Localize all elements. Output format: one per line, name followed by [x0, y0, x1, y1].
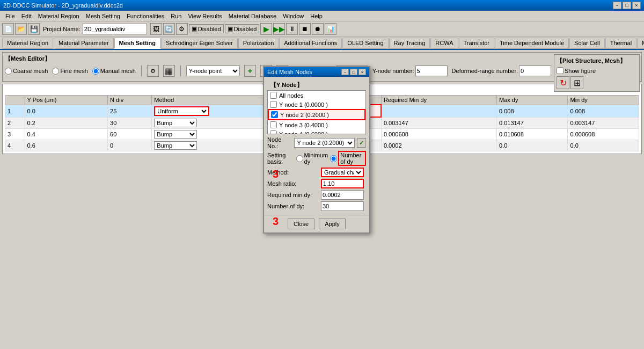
record-btn[interactable]: ⏺: [312, 23, 324, 35]
node-2-checkbox[interactable]: [271, 111, 278, 118]
cell-req-min: 0.000608: [381, 128, 496, 140]
min-dy-option[interactable]: Minimum dy: [296, 152, 328, 165]
grid-btn[interactable]: ▦: [163, 65, 175, 77]
show-figure-checkbox[interactable]: [557, 67, 564, 74]
close-dialog-btn[interactable]: Close: [288, 219, 314, 229]
save-btn[interactable]: 💾: [28, 23, 40, 35]
coarse-mesh-radio[interactable]: [5, 68, 12, 75]
req-min-input[interactable]: [321, 190, 364, 200]
method-select-row4[interactable]: Uniform Bump: [154, 141, 197, 150]
num-dy-input[interactable]: [321, 201, 364, 211]
plot-buttons: ↻ ⊞: [557, 76, 637, 89]
mesh-ratio-input[interactable]: [321, 179, 364, 188]
project-name-input[interactable]: 2D_ygradualdiv: [83, 24, 147, 34]
pause-btn[interactable]: ⏸: [286, 23, 298, 35]
tab-solar-cell[interactable]: Solar Cell: [569, 38, 605, 49]
node-item-2[interactable]: Y node 2 (0.2000 ): [268, 109, 365, 120]
menu-edit[interactable]: Edit: [18, 12, 35, 20]
node-all-checkbox[interactable]: [270, 92, 277, 99]
menu-view-results[interactable]: View Results: [185, 12, 225, 20]
plot-panel-title: 【Plot Structure, Mesh】: [557, 57, 637, 65]
stop-btn[interactable]: ⏹: [299, 23, 311, 35]
play-btn[interactable]: ▶: [260, 23, 272, 35]
edit-mesh-dialog[interactable]: Edit Mesh Nodes − □ × 【Y Node】 All n: [263, 66, 370, 234]
num-dy-field: Number of dy:: [267, 201, 366, 211]
manual-mesh-radio[interactable]: [92, 68, 99, 75]
maximize-btn[interactable]: □: [623, 2, 631, 9]
dialog-minimize[interactable]: −: [341, 69, 349, 75]
menu-file[interactable]: File: [2, 12, 18, 20]
node-item-4[interactable]: Y node 4 (0.6000 ): [268, 129, 365, 134]
method-select-row1[interactable]: Uniform Bump Gradual change: [154, 106, 209, 116]
menu-bar: File Edit Material Region Mesh Setting F…: [0, 11, 644, 21]
method-select-row3[interactable]: Uniform Bump: [154, 130, 197, 139]
tab-polarization[interactable]: Polarization: [238, 38, 279, 49]
coarse-mesh-option[interactable]: Coarse mesh: [5, 68, 48, 75]
method-select[interactable]: Uniform Bump Gradual change: [321, 168, 364, 177]
header-id: [5, 96, 25, 105]
tab-schrodinger[interactable]: Schrödinger Eigen Solver: [161, 38, 238, 49]
fine-mesh-radio[interactable]: [52, 68, 59, 75]
node-3-checkbox[interactable]: [270, 121, 277, 128]
tab-transistor[interactable]: Transistor: [459, 38, 495, 49]
menu-material-region[interactable]: Material Region: [35, 12, 83, 20]
menu-mesh-setting[interactable]: Mesh Setting: [83, 12, 123, 20]
deformed-group: Deformed-range number:: [452, 66, 552, 76]
tab-ray-tracing[interactable]: Ray Tracing: [389, 38, 430, 49]
tab-oled-setting[interactable]: OLED Setting: [342, 38, 388, 49]
menu-functionalities[interactable]: Functionalities: [123, 12, 167, 20]
y-node-input[interactable]: [415, 66, 448, 76]
chart-btn[interactable]: 📊: [325, 23, 336, 35]
gear-btn[interactable]: ⚙: [147, 65, 159, 77]
refresh-plot-btn[interactable]: ↻: [557, 76, 569, 89]
tab-rcwa[interactable]: RCWA: [430, 38, 458, 49]
node-item-1[interactable]: Y node 1 (0.0000 ): [268, 100, 365, 109]
tab-mesh-setting[interactable]: Mesh Setting: [114, 38, 160, 49]
cell-min-dy: 0.008: [568, 105, 639, 117]
cell-id: 4: [5, 140, 25, 151]
ynode-dropdown[interactable]: Y-node point: [186, 66, 240, 76]
menu-run[interactable]: Run: [167, 12, 185, 20]
node-no-btn[interactable]: ✓: [357, 138, 366, 148]
toolbar-icon2[interactable]: 🔄: [163, 23, 175, 35]
method-select-row2[interactable]: Uniform Bump: [154, 119, 197, 127]
dialog-close[interactable]: ×: [358, 69, 366, 75]
tab-material-region[interactable]: Material Region: [2, 38, 53, 49]
tab-time-dependent[interactable]: Time Dependent Module: [495, 38, 569, 49]
add-node-btn[interactable]: +: [244, 65, 256, 77]
tab-additional-functions[interactable]: Additional Functions: [279, 38, 342, 49]
disabled-badge1[interactable]: ▣Disabled: [189, 24, 224, 33]
open-btn[interactable]: 📂: [15, 23, 27, 35]
minimize-btn[interactable]: −: [613, 2, 621, 9]
fine-mesh-option[interactable]: Fine mesh: [52, 68, 87, 75]
node-1-checkbox[interactable]: [270, 101, 277, 108]
tab-material-db[interactable]: Material Database: [637, 38, 644, 49]
menu-help[interactable]: Help: [307, 12, 326, 20]
play2-btn[interactable]: ▶▶: [273, 23, 285, 35]
close-btn[interactable]: ×: [632, 2, 641, 9]
tab-material-parameter[interactable]: Material Parameter: [54, 38, 114, 49]
layout-btn[interactable]: ⊞: [570, 76, 583, 89]
node-no-select[interactable]: Y node 2 (0.2000): [294, 138, 355, 148]
disabled-badge2[interactable]: ▣Disabled: [225, 24, 260, 33]
num-dy-radio[interactable]: [330, 155, 337, 162]
dialog-title-bar: Edit Mesh Nodes − □ ×: [264, 67, 369, 77]
min-dy-radio[interactable]: [296, 155, 303, 162]
tab-thermal[interactable]: Thermal: [605, 38, 636, 49]
cell-ypos: 0.2: [25, 117, 108, 128]
node-all-nodes[interactable]: All nodes: [268, 91, 365, 100]
deformed-input[interactable]: [519, 66, 551, 76]
toolbar-icon3[interactable]: ⚙: [176, 23, 188, 35]
header-ndiv: N div: [108, 96, 152, 105]
toolbar-icon1[interactable]: 🖼: [150, 23, 162, 35]
menu-material-database[interactable]: Material Database: [225, 12, 280, 20]
y-node-group: Y-node number:: [372, 66, 448, 76]
menu-window[interactable]: Window: [280, 12, 307, 20]
new-btn[interactable]: 📄: [2, 23, 14, 35]
num-dy-option[interactable]: Number of dy: [330, 151, 366, 166]
apply-btn[interactable]: Apply: [319, 219, 346, 229]
manual-mesh-option[interactable]: Manual mesh: [92, 68, 136, 75]
node-4-checkbox[interactable]: [270, 130, 277, 134]
dialog-maximize[interactable]: □: [350, 69, 357, 75]
node-item-3[interactable]: Y node 3 (0.4000 ): [268, 120, 365, 129]
